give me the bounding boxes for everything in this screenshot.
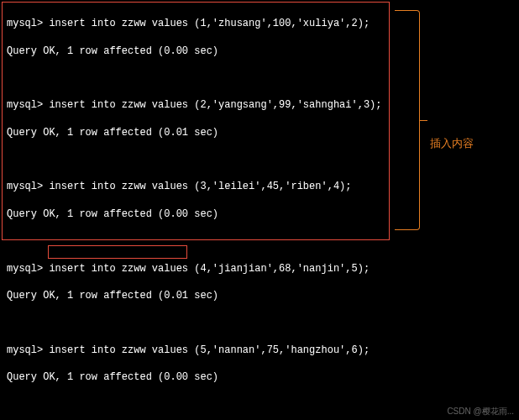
sql-command: insert into zzww values (1,'zhusang',100… [49, 18, 370, 29]
watermark: CSDN @樱花雨... [447, 406, 514, 417]
insert-line-2: mysql> insert into zzww values (3,'leile… [7, 180, 512, 193]
insert-line-1: mysql> insert into zzww values (2,'yangs… [7, 98, 512, 112]
insert-line-3: mysql> insert into zzww values (4,'jianj… [7, 262, 512, 276]
mysql-prompt: mysql> [7, 344, 43, 356]
insert-line-4: mysql> insert into zzww values (5,'nanna… [7, 344, 512, 357]
result-line-0: Query OK, 1 row affected (0.00 sec) [7, 45, 512, 58]
sql-command: insert into zzww values (3,'leilei',45,'… [49, 181, 351, 192]
insert-line-0: mysql> insert into zzww values (1,'zhusa… [7, 17, 512, 30]
sql-command: insert into zzww values (2,'yangsang',99… [49, 99, 381, 111]
blank [7, 71, 512, 85]
blank [7, 397, 512, 411]
mysql-prompt: mysql> [7, 263, 43, 275]
mysql-prompt: mysql> [7, 99, 43, 111]
sql-command: insert into zzww values (4,'jianjian',68… [49, 263, 370, 275]
sql-command: insert into zzww values (5,'nannan',75,'… [49, 344, 370, 356]
result-line-4: Query OK, 1 row affected (0.00 sec) [7, 370, 512, 384]
blank [7, 234, 512, 248]
terminal-output: mysql> insert into zzww values (1,'zhusa… [0, 0, 519, 420]
mysql-prompt: mysql> [7, 181, 43, 192]
annotation-label: 插入内容 [430, 136, 474, 151]
mysql-prompt: mysql> [7, 18, 43, 29]
result-line-2: Query OK, 1 row affected (0.00 sec) [7, 207, 512, 221]
result-line-3: Query OK, 1 row affected (0.01 sec) [7, 289, 512, 302]
blank [7, 153, 512, 166]
annotation-bracket [395, 10, 420, 230]
blank [7, 316, 512, 329]
